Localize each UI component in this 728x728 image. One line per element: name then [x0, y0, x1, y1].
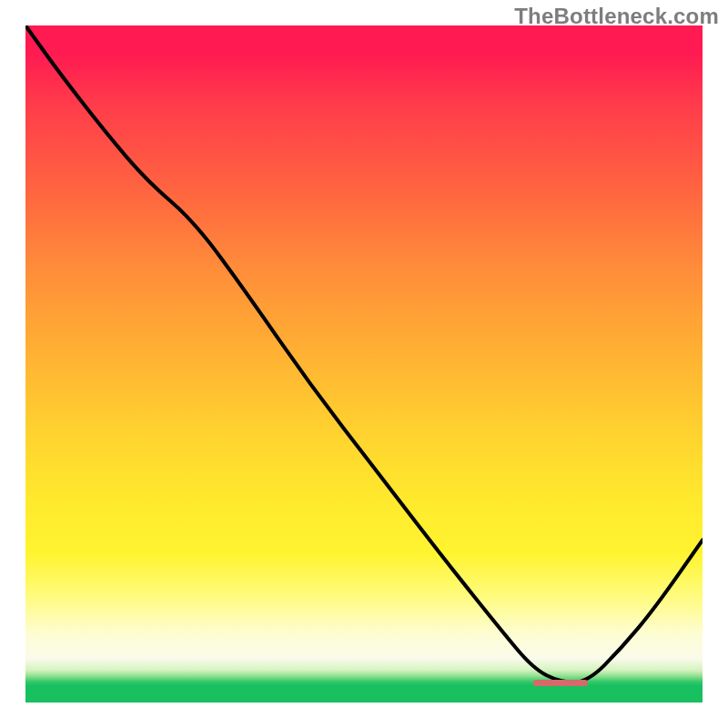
watermark-text: TheBottleneck.com — [514, 4, 719, 29]
bottleneck-zone-marker — [533, 680, 588, 686]
chart-plot-area — [25, 25, 703, 703]
chart-line — [25, 25, 703, 703]
